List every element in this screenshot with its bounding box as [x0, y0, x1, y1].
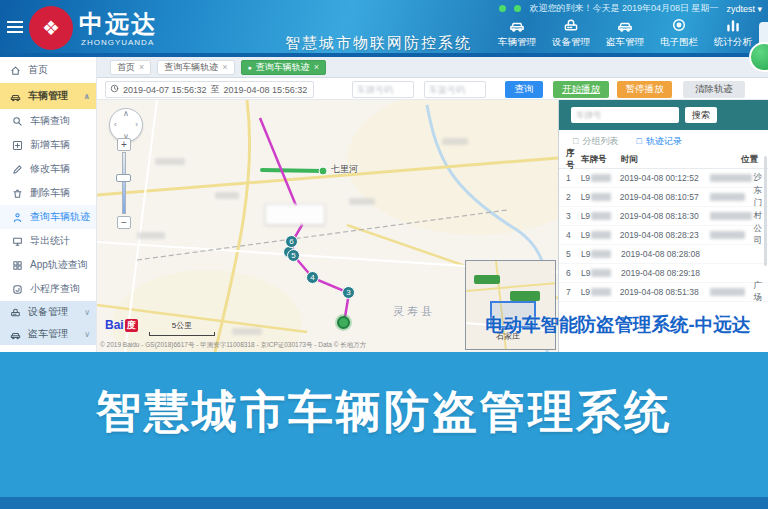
- page-tab[interactable]: 查询车辆轨迹 ×: [157, 60, 234, 75]
- sidebar-item[interactable]: 新增车辆: [0, 133, 96, 157]
- nav-icon: [652, 17, 706, 35]
- sidebar-item[interactable]: 修改车辆: [0, 157, 96, 181]
- row-time: 2019-04-08 08:28:23: [620, 230, 710, 240]
- table-row[interactable]: 7 L9 2019-04-08 08:51:38 广场: [559, 283, 768, 302]
- header-nav-item[interactable]: 电子围栏: [652, 17, 706, 49]
- sidebar-item-icon: [12, 212, 23, 223]
- clear-track-button[interactable]: 清除轨迹: [683, 81, 745, 98]
- track-marker-6[interactable]: 6: [285, 235, 298, 248]
- track-marker-5[interactable]: 5: [287, 249, 300, 262]
- user-menu[interactable]: zydtest ▾: [726, 4, 762, 14]
- system-title: 智慧城市物联网防控系统: [285, 34, 472, 53]
- query-toolbar: 2019-04-07 15:56:32 至 2019-04-08 15:56:3…: [97, 78, 768, 100]
- play-track-button[interactable]: 开始播放: [553, 81, 609, 98]
- sidebar-item[interactable]: 查询车辆轨迹: [0, 205, 96, 229]
- checkbox-icon: □: [573, 136, 578, 146]
- table-row[interactable]: 4 L9 2019-04-08 08:28:23 公司: [559, 226, 768, 245]
- sidebar-item[interactable]: 设备管理 ∨: [0, 301, 96, 323]
- close-icon[interactable]: ×: [139, 62, 144, 72]
- sidebar-item[interactable]: 车辆管理 ∧: [0, 83, 96, 109]
- header-nav-item[interactable]: 车辆管理: [490, 17, 544, 49]
- track-marker-4[interactable]: 4: [306, 271, 319, 284]
- map-scale: 5公里: [149, 320, 215, 336]
- redacted-plate: [591, 231, 611, 239]
- panel-search-button[interactable]: 搜索: [685, 107, 717, 123]
- sidebar-item-icon: [12, 284, 23, 295]
- clock-icon: [110, 84, 119, 95]
- sidebar-item-label: 查询车辆轨迹: [30, 210, 90, 224]
- page-tab[interactable]: ● 查询车辆轨迹 ×: [241, 60, 327, 75]
- sidebar-item[interactable]: 导出统计: [0, 229, 96, 253]
- sidebar-item-icon: [10, 307, 21, 318]
- row-no: 2: [559, 192, 581, 202]
- nav-icon: [490, 17, 544, 35]
- nav-icon: [706, 17, 760, 35]
- sidebar-item-icon: [10, 91, 21, 102]
- close-icon[interactable]: ×: [314, 62, 319, 72]
- sidebar-item[interactable]: 首页: [0, 57, 96, 83]
- redacted-location: [710, 231, 746, 239]
- sidebar-item-label: 删除车辆: [30, 186, 70, 200]
- close-icon[interactable]: ×: [222, 62, 227, 72]
- hamburger-menu-icon[interactable]: [7, 21, 23, 33]
- nav-label: 电子围栏: [652, 36, 706, 49]
- online-status-icon: [499, 5, 506, 12]
- date-start: 2019-04-07 15:56:32: [123, 85, 207, 95]
- col-no: 序号: [559, 148, 581, 172]
- sidebar-item-label: App轨迹查询: [30, 258, 88, 272]
- sidebar-item-icon: [12, 188, 23, 199]
- sidebar-item[interactable]: 车辆查询: [0, 109, 96, 133]
- row-time: 2019-04-08 08:18:30: [620, 211, 710, 221]
- row-time: 2019-04-08 08:51:38: [620, 287, 710, 297]
- zoom-slider-track[interactable]: [122, 152, 126, 214]
- row-location: 村: [710, 210, 768, 222]
- vin-number-input[interactable]: [424, 81, 486, 98]
- sidebar-item[interactable]: 删除车辆: [0, 181, 96, 205]
- row-plate: L9: [581, 192, 620, 202]
- track-record-checkbox[interactable]: □轨迹记录: [636, 135, 681, 148]
- page-tab[interactable]: 首页 ×: [110, 60, 151, 75]
- map-pan-control[interactable]: ∧∨‹›: [109, 108, 143, 142]
- signal-status-icon: [514, 5, 521, 12]
- header-nav-item[interactable]: 盗车管理: [598, 17, 652, 49]
- row-no: 3: [559, 211, 581, 221]
- row-no: 4: [559, 230, 581, 240]
- pause-track-button[interactable]: 暂停播放: [617, 81, 672, 98]
- group-list-checkbox[interactable]: □分组列表: [573, 135, 618, 148]
- sidebar-item[interactable]: App轨迹查询: [0, 253, 96, 277]
- sidebar-item-icon: [12, 164, 23, 175]
- date-end: 2019-04-08 15:56:32: [224, 85, 308, 95]
- track-table: 序号 车牌号 时间 位置 1 L9 2019-04-08 00:12:52 沙: [559, 152, 768, 302]
- panel-options: □分组列表 □轨迹记录: [559, 130, 768, 152]
- header-nav-item[interactable]: 设备管理: [544, 17, 598, 49]
- checkbox-icon: □: [636, 136, 641, 146]
- row-no: 1: [559, 173, 581, 183]
- table-row[interactable]: 2 L9 2019-04-08 08:10:57 东门: [559, 188, 768, 207]
- date-range-input[interactable]: 2019-04-07 15:56:32 至 2019-04-08 15:56:3…: [105, 81, 314, 98]
- sidebar-item[interactable]: 盗车管理 ∨: [0, 323, 96, 345]
- sidebar-item-icon: [12, 236, 23, 247]
- col-loc: 位置: [713, 154, 768, 166]
- row-time: 2019-04-08 08:10:57: [620, 192, 710, 202]
- header-nav: 车辆管理 设备管理 盗车管理 电子围栏: [490, 17, 760, 49]
- tab-label: 首页: [117, 61, 135, 74]
- redacted-plate: [591, 212, 611, 220]
- nav-icon: [598, 17, 652, 35]
- panel-search-input[interactable]: [571, 107, 679, 123]
- redacted-plate: [591, 193, 611, 201]
- panel-scrollbar[interactable]: [764, 156, 767, 266]
- redacted-plate: [591, 250, 611, 258]
- zoom-in-button[interactable]: +: [117, 138, 131, 151]
- query-button[interactable]: 查询: [505, 81, 543, 98]
- plate-number-input[interactable]: [352, 81, 414, 98]
- sidebar-item-label: 新增车辆: [30, 138, 70, 152]
- track-marker-3[interactable]: 3: [342, 286, 355, 299]
- zoom-slider-handle[interactable]: [116, 174, 131, 182]
- header-nav-item[interactable]: 统计分析: [706, 17, 760, 49]
- zoom-out-button[interactable]: −: [117, 216, 131, 229]
- sidebar-item[interactable]: 小程序查询: [0, 277, 96, 301]
- track-start-marker[interactable]: [337, 316, 350, 329]
- table-row[interactable]: 5 L9 2019-04-08 08:28:08: [559, 245, 768, 264]
- chevron-icon: ∧: [84, 92, 91, 101]
- sidebar-item-label: 设备管理: [28, 305, 68, 319]
